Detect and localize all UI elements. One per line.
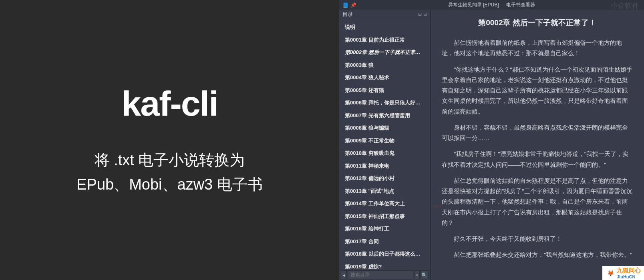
toc-list[interactable]: 说明第0001章 目前为止很正常第0002章 然后一下子就不正常…第0003章 …: [339, 19, 430, 269]
reader-window: 📘 📌 异常生物见闻录 [EPUB] — 电子书查看器 小众软件 ✕ 目录 ⊞ …: [339, 0, 644, 280]
toc-item[interactable]: 第0006章 拜托，你是只狼人好…: [339, 96, 430, 109]
toc-item[interactable]: 第0019章 虚惊?: [339, 260, 430, 269]
toc-item[interactable]: 第0016章 给神打工: [339, 222, 430, 235]
toc-search-input[interactable]: [348, 270, 413, 279]
paragraph: 身材不错，容貌不错，虽然身高略有点残念但活泼开朗的模样完全可以扳回一分……: [442, 122, 633, 144]
paragraph: "我找房子住啊！"漂亮姑娘非常干脆痛快地答道，"我找一天了，实在找不着才决定找人…: [442, 149, 633, 170]
toc-item[interactable]: 第0004章 狼人秘术: [339, 71, 430, 84]
paragraph: "你找这地方干什么？"郝仁不知道为什么一个初次见面的陌生姑娘手里会拿着自己家的地…: [442, 64, 633, 117]
watermark-mid: appinn.com: [431, 203, 443, 209]
toc-item[interactable]: 第0008章 狼与蝙蝠: [339, 122, 430, 134]
pin-icon[interactable]: 📌: [350, 2, 355, 7]
toc-item[interactable]: 第0010章 穷酸吸血鬼: [339, 147, 430, 160]
toc-item[interactable]: 第0001章 目前为止很正常: [339, 34, 430, 46]
toc-item[interactable]: 第0002章 然后一下子就不正常…: [339, 46, 430, 59]
titlebar: 📘 📌 异常生物见闻录 [EPUB] — 电子书查看器 小众软件: [339, 0, 644, 10]
promo-title: kaf-cli: [121, 83, 217, 124]
promo-panel: kaf-cli 将 .txt 电子小说转换为 EPub、Mobi、azw3 电子…: [0, 0, 339, 280]
toc-item[interactable]: 第0005章 还有猫: [339, 84, 430, 97]
toc-item[interactable]: 第0015章 神仙招工那点事: [339, 210, 430, 223]
toc-item[interactable]: 第0014章 工作单位高大上: [339, 197, 430, 210]
search-dropdown-button[interactable]: ▾: [414, 270, 420, 279]
search-button[interactable]: 🔍: [421, 270, 429, 279]
book-icon[interactable]: 📘: [342, 2, 347, 7]
paragraph: 郝仁把那张纸叠起来交还给对方："我当然知道这地方，我带你去。": [442, 250, 633, 260]
toc-item[interactable]: 说明: [339, 21, 430, 34]
watermark-top: 小众软件: [610, 1, 639, 10]
promo-subtitle: 将 .txt 电子小说转换为 EPub、Mobi、azw3 电子书: [76, 148, 263, 197]
watermark-cn: 九狐问心: [617, 267, 641, 274]
watermark-en: JiuHuCN: [617, 274, 641, 279]
toc-item[interactable]: 第0011章 神秘来电: [339, 160, 430, 172]
toc-panel: 目录 ⊞ ⊟ 说明第0001章 目前为止很正常第0002章 然后一下子就不正常……: [339, 10, 431, 280]
toc-item[interactable]: 第0007章 光有第六感管蛋用: [339, 109, 430, 122]
watermark-bottom: 🦊 九狐问心 JiuHuCN: [602, 266, 644, 280]
paragraph: 郝仁总觉得眼前这姑娘的自来熟程度是不是高了点，但他的注意力还是很快被对方提起的"…: [442, 176, 633, 228]
toc-item[interactable]: 第0012章 偏远的小村: [339, 172, 430, 185]
toc-search-bar: ◄ ▾ 🔍: [339, 269, 430, 280]
fox-icon: 🦊: [606, 268, 615, 278]
nav-prev-button[interactable]: ◄: [341, 270, 347, 279]
toc-item[interactable]: 第0018章 以后的日子都得这么…: [339, 248, 430, 260]
toc-header: 目录 ⊞ ⊟: [339, 10, 430, 19]
paragraph: 郝仁愣愣地看着眼前的纸条，上面写着市郊挺偏僻一个地方的地址，他对这个地址再熟悉不…: [442, 38, 633, 59]
toc-item[interactable]: 第0009章 不正常生物: [339, 134, 430, 147]
toc-item[interactable]: 第0003章 狼: [339, 59, 430, 72]
toc-item[interactable]: 第0017章 合同: [339, 235, 430, 248]
toc-grid-icon[interactable]: ⊞: [418, 12, 422, 17]
content-panel[interactable]: 第0002章 然后一下子就不正常了！ 郝仁愣愣地看着眼前的纸条，上面写着市郊挺偏…: [431, 10, 644, 280]
toc-collapse-icon[interactable]: ⊟: [423, 12, 427, 17]
paragraph: 好久不开张，今天终于又能收到房租了！: [442, 234, 633, 244]
toc-item[interactable]: 第0013章 "面试"地点: [339, 185, 430, 198]
toc-header-label: 目录: [342, 11, 353, 18]
chapter-title: 第0002章 然后一下子就不正常了！: [442, 18, 633, 28]
window-title: 异常生物见闻录 [EPUB] — 电子书查看器: [448, 2, 535, 8]
